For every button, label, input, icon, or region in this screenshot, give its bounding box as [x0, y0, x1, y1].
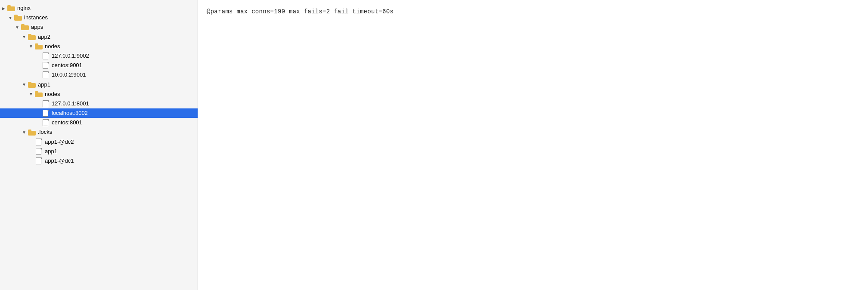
tree-item-app2[interactable]: ▼app2 [0, 32, 198, 42]
tree-toggle-app2[interactable]: ▼ [21, 34, 28, 39]
tree-label-nginx: nginx [17, 4, 31, 12]
folder-icon [7, 5, 16, 12]
tree-item-lock-app1-dc2[interactable]: app1-@dc2 [0, 137, 198, 147]
file-icon [41, 119, 50, 126]
tree-label-lock-app1-dc2: app1-@dc2 [45, 138, 74, 146]
tree-label-app1: app1 [38, 81, 50, 89]
file-icon [41, 62, 50, 69]
folder-icon [14, 14, 22, 21]
tree-toggle-instances[interactable]: ▼ [7, 15, 14, 20]
tree-label-nodes-app2: nodes [45, 43, 60, 50]
tree-item-locks[interactable]: ▼.locks [0, 127, 198, 137]
file-icon [41, 52, 50, 59]
tree-label-node-centos-8001: centos:8001 [52, 119, 82, 126]
tree-label-node-127-8001: 127.0.0.1:8001 [52, 100, 89, 108]
tree-item-nginx[interactable]: ▶nginx [0, 3, 198, 13]
tree-item-nodes-app1[interactable]: ▼nodes [0, 89, 198, 99]
tree-item-apps[interactable]: ▼apps [0, 22, 198, 32]
tree-label-locks: .locks [38, 128, 52, 136]
tree-toggle-apps[interactable]: ▼ [14, 25, 21, 30]
folder-icon [21, 24, 29, 31]
tree-label-lock-app1-dc1: app1-@dc1 [45, 157, 74, 165]
folder-icon [28, 129, 36, 136]
tree-label-node-10-9001: 10.0.0.2:9001 [52, 71, 86, 79]
tree-item-instances[interactable]: ▼instances [0, 13, 198, 22]
file-icon [41, 100, 50, 107]
editor-text: @params max_conns=199 max_fails=2 fail_t… [207, 8, 394, 15]
tree-label-lock-app1: app1 [45, 148, 57, 155]
tree-toggle-nodes-app1[interactable]: ▼ [28, 92, 34, 96]
tree-label-instances: instances [24, 14, 48, 22]
file-tree-panel: ▶nginx▼instances▼apps▼app2▼nodes127.0.0.… [0, 0, 198, 290]
tree-item-node-127-8001[interactable]: 127.0.0.1:8001 [0, 99, 198, 108]
file-icon [41, 71, 50, 78]
tree-item-node-127-9002[interactable]: 127.0.0.1:9002 [0, 51, 198, 61]
editor-content: @params max_conns=199 max_fails=2 fail_t… [207, 7, 859, 16]
tree-toggle-locks[interactable]: ▼ [21, 130, 28, 135]
folder-icon [34, 43, 43, 50]
tree-item-node-10-9001[interactable]: 10.0.0.2:9001 [0, 70, 198, 80]
tree-label-nodes-app1: nodes [45, 90, 60, 98]
folder-icon [28, 81, 36, 88]
editor-panel: @params max_conns=199 max_fails=2 fail_t… [198, 0, 868, 290]
tree-toggle-app1[interactable]: ▼ [21, 82, 28, 87]
file-icon [41, 110, 50, 117]
tree-label-node-centos-9001: centos:9001 [52, 62, 82, 69]
tree-item-lock-app1-dc1[interactable]: app1-@dc1 [0, 156, 198, 166]
tree-label-app2: app2 [38, 33, 50, 41]
file-icon [34, 157, 43, 164]
tree-label-node-localhost-8002: localhost:8002 [52, 109, 88, 117]
tree-item-app1[interactable]: ▼app1 [0, 80, 198, 89]
tree-toggle-nodes-app2[interactable]: ▼ [28, 44, 34, 49]
folder-icon [28, 34, 36, 40]
file-icon [34, 139, 43, 145]
tree-label-node-127-9002: 127.0.0.1:9002 [52, 52, 89, 60]
tree-item-node-centos-9001[interactable]: centos:9001 [0, 61, 198, 70]
tree-item-lock-app1[interactable]: app1 [0, 147, 198, 156]
tree-item-nodes-app2[interactable]: ▼nodes [0, 42, 198, 51]
tree-item-node-centos-8001[interactable]: centos:8001 [0, 118, 198, 127]
tree-label-apps: apps [31, 23, 43, 31]
tree-item-node-localhost-8002[interactable]: localhost:8002 [0, 108, 198, 118]
tree-toggle-nginx[interactable]: ▶ [0, 6, 7, 11]
folder-icon [34, 91, 43, 98]
file-icon [34, 148, 43, 155]
